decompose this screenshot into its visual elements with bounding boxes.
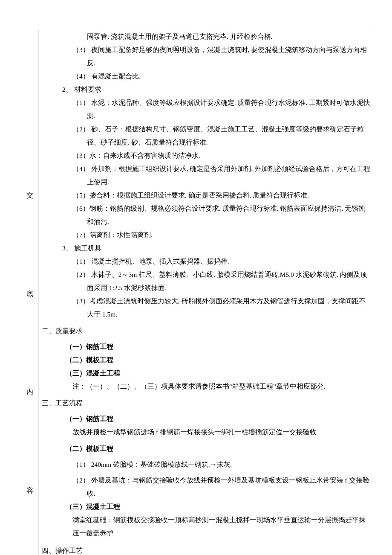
proc-sub-1: （一）钢筋工程 (66, 412, 371, 425)
vertical-label-column: 交 底 内 容 (21, 30, 38, 555)
section-4-heading: 四、操作工艺 (42, 544, 371, 555)
section-2-heading: 二、质量要求 (42, 324, 371, 337)
materials-heading: 2、 材料要求 (62, 83, 371, 96)
qual-sub-3: （三）混凝土工程 (66, 366, 371, 380)
top-rule (55, 30, 371, 30)
proc-line-3: 满堂红基础：钢筋模板交接验收一顶标高抄测一混凝土搅拌一现场水平垂直运输一分层振捣… (72, 513, 371, 540)
mach-item-2: （2） 木袜子、2～3m 杠尺、塑料薄膜、小白线. 胎模采用烧结普通砖,M5.0… (72, 268, 371, 294)
qual-sub-2: （二）模板工程 (66, 353, 371, 366)
cont-line-1: 固泵管, 浇筑混凝土用的架子及马道已支搭完毕, 并经检验合格. (72, 30, 371, 43)
mat-item-7: （7）隔离剂：水性隔离剂. (72, 228, 371, 241)
proc-item-1: （1） 240mm 砖胎模：基础砖胎模放线一砌筑.→抹灰. (72, 458, 371, 471)
mat-item-4: （4） 外加剂：根据施工组织设计要求, 确定是否采用外加剂, 外加剂必须经试验合… (72, 162, 371, 189)
proc-line-1: 放线并预检一成型钢筋进场 f 排钢筋一焊接接头一绑扎一柱墙插筋定位一交接验收 (72, 425, 371, 439)
qual-note: 注：（一）、（二）、（三）项具体要求请参照本书“箱型基础工程”章节中相应部分. (72, 380, 371, 393)
mat-item-3: （3）水：自来水或不含有害物质的洁净水. (72, 149, 371, 162)
mat-item-5: （5）掺合料：根据施工组织设计要求, 确定是否采用掺合料, 质量符合现行标准. (72, 189, 371, 202)
mach-item-1: （1） 混凝土搅拌机、地泵、插入式振捣器、振捣棒. (72, 255, 371, 268)
proc-item-2: （2） 外墙及基坑：与钢筋交接验收今放线并预检一外墙及基坑模板支设一钢板止水带安… (72, 474, 371, 500)
mat-item-1: （1） 水泥：水泥品种、强度等级应根据设计要求确定. 质量符合现行水泥标准. 工… (72, 96, 371, 122)
top-item-3: （3） 夜间施工配备好足够的夜间照明设备，混凝土浇筑时, 要使混凝土浇筑移动方向… (72, 43, 371, 70)
mat-item-2: （2） 砂、石子：根据结构尺寸、钢筋密度、混凝土施工工艺、混凝土强度等级的要求确… (72, 122, 371, 149)
section-3-heading: 三、工艺流程 (42, 396, 371, 410)
mach-item-3: （3）考虑混凝土浇筑时侧压力较大, 砖胎模外侧面必须采用木方及钢管进行支撑加固，… (72, 294, 371, 321)
qual-sub-1: （一）钢筋工程 (66, 340, 371, 353)
sidebar-char-1: 交 (26, 192, 33, 199)
sidebar-char-2: 底 (26, 291, 33, 297)
top-item-4: （4） 有混凝土配合比. (72, 70, 371, 83)
document-body: 固泵管, 浇筑混凝土用的架子及马道已支搭完毕, 并经检验合格. （3） 夜间施工… (38, 30, 371, 555)
proc-sub-3: （三）混凝土工程 (66, 500, 371, 513)
sidebar-char-3: 内 (26, 389, 33, 395)
sidebar-char-4: 容 (26, 487, 33, 494)
proc-sub-2: （二）模板工程 (66, 442, 371, 455)
mat-item-6: （6）钢筋：钢筋的级别、规格必须符合设计要求. 质量符合现行标准. 钢筋表面应保… (72, 202, 371, 228)
machinery-heading: 3、 施工机具 (62, 241, 371, 255)
